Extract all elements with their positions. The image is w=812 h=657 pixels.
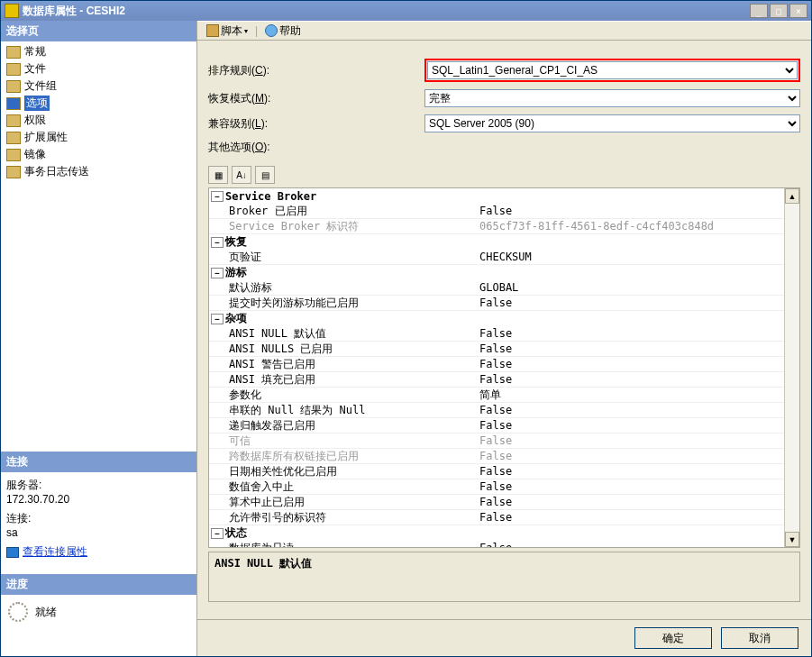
sidebar-item-label: 镜像 xyxy=(24,147,46,162)
collapse-icon[interactable]: − xyxy=(211,237,224,248)
sidebar-item-label: 权限 xyxy=(24,113,46,128)
property-name: ANSI 填充已启用 xyxy=(209,372,479,388)
property-row[interactable]: 数值舍入中止False xyxy=(209,479,784,495)
window-title: 数据库属性 - CESHI2 xyxy=(23,4,750,19)
script-button[interactable]: 脚本 ▾ xyxy=(203,23,251,40)
property-value: False xyxy=(479,434,784,447)
property-row[interactable]: 参数化简单 xyxy=(209,388,784,403)
maximize-button[interactable]: □ xyxy=(770,4,788,18)
property-row[interactable]: 提交时关闭游标功能已启用False xyxy=(209,296,784,311)
property-row[interactable]: 算术中止已启用False xyxy=(209,495,784,510)
property-row[interactable]: 串联的 Null 结果为 NullFalse xyxy=(209,403,784,418)
collapse-icon[interactable]: − xyxy=(211,528,224,539)
minimize-button[interactable]: _ xyxy=(750,4,768,18)
property-value: False xyxy=(479,342,784,355)
sidebar-item[interactable]: 文件组 xyxy=(3,78,195,95)
property-row[interactable]: 页验证CHECKSUM xyxy=(209,250,784,265)
property-name: Service Broker 标识符 xyxy=(209,219,479,234)
property-value: False xyxy=(479,404,784,416)
page-icon xyxy=(6,97,21,110)
sidebar-item[interactable]: 文件 xyxy=(3,60,195,78)
grid-scrollbar[interactable]: ▲ ▼ xyxy=(784,188,799,547)
property-row[interactable]: 允许带引号的标识符False xyxy=(209,510,784,525)
collapse-icon[interactable]: − xyxy=(211,314,224,324)
property-value: False xyxy=(479,542,784,547)
progress-spinner-icon xyxy=(8,602,28,622)
property-name: 可信 xyxy=(209,433,479,449)
sidebar-item[interactable]: 扩展属性 xyxy=(3,129,195,146)
app-icon xyxy=(5,4,19,18)
property-name: 日期相关性优化已启用 xyxy=(209,464,479,479)
category-header[interactable]: −恢复 xyxy=(209,234,784,250)
sidebar-item-label: 常规 xyxy=(24,44,46,59)
sidebar-item-label: 文件组 xyxy=(24,78,57,94)
page-nav: 常规文件文件组选项权限扩展属性镜像事务日志传送 xyxy=(1,41,196,182)
property-row[interactable]: 跨数据库所有权链接已启用False xyxy=(209,449,784,464)
categorized-button[interactable]: ▦ xyxy=(208,166,228,184)
progress-status: 就绪 xyxy=(35,605,57,620)
view-connection-props-link[interactable]: 查看连接属性 xyxy=(6,544,191,560)
property-row[interactable]: 可信False xyxy=(209,433,784,449)
property-name: 参数化 xyxy=(209,388,479,403)
property-row[interactable]: Service Broker 标识符065cf73f-81ff-4561-8ed… xyxy=(209,219,784,234)
category-header[interactable]: −杂项 xyxy=(209,311,784,326)
property-row[interactable]: 默认游标GLOBAL xyxy=(209,280,784,296)
collapse-icon[interactable]: − xyxy=(211,191,224,202)
property-row[interactable]: ANSI 警告已启用False xyxy=(209,357,784,372)
connection-header: 连接 xyxy=(1,452,196,472)
property-row[interactable]: ANSI NULLS 已启用False xyxy=(209,342,784,357)
property-pages-button[interactable]: ▤ xyxy=(255,166,275,184)
property-row[interactable]: Broker 已启用False xyxy=(209,204,784,219)
property-value: False xyxy=(479,373,784,386)
property-row[interactable]: ANSI NULL 默认值False xyxy=(209,326,784,342)
sidebar-item-label: 事务日志传送 xyxy=(24,164,89,179)
ok-button[interactable]: 确定 xyxy=(634,627,712,649)
sidebar-item[interactable]: 镜像 xyxy=(3,146,195,163)
sidebar-item[interactable]: 权限 xyxy=(3,112,195,129)
property-name: ANSI NULL 默认值 xyxy=(209,326,479,342)
property-row[interactable]: 日期相关性优化已启用False xyxy=(209,464,784,479)
property-name: 默认游标 xyxy=(209,280,479,296)
property-row[interactable]: 数据库为只读False xyxy=(209,541,784,547)
close-button[interactable]: × xyxy=(789,4,807,18)
connection-label: 连接: xyxy=(6,511,191,526)
script-icon xyxy=(206,24,219,37)
connection-value: sa xyxy=(6,526,191,539)
titlebar[interactable]: 数据库属性 - CESHI2 _ □ × xyxy=(1,1,811,21)
property-value: False xyxy=(479,480,784,493)
compat-select[interactable]: SQL Server 2005 (90) xyxy=(424,114,800,132)
select-page-header: 选择页 xyxy=(1,21,196,41)
scroll-up-button[interactable]: ▲ xyxy=(785,188,799,204)
property-row[interactable]: ANSI 填充已启用False xyxy=(209,372,784,388)
cancel-button[interactable]: 取消 xyxy=(721,627,798,649)
property-name: ANSI NULLS 已启用 xyxy=(209,342,479,357)
page-icon xyxy=(6,132,21,144)
alphabetical-button[interactable]: A↓ xyxy=(232,166,251,184)
scroll-down-button[interactable]: ▼ xyxy=(785,532,799,547)
progress-header: 进度 xyxy=(1,574,196,595)
sidebar-item[interactable]: 选项 xyxy=(3,95,195,112)
category-header[interactable]: −游标 xyxy=(209,265,784,280)
recovery-select[interactable]: 完整 xyxy=(424,89,800,107)
page-icon xyxy=(6,114,21,127)
property-value: False xyxy=(479,511,784,524)
server-value: 172.30.70.20 xyxy=(6,493,191,506)
property-name: 递归触发器已启用 xyxy=(209,418,479,433)
help-button[interactable]: 帮助 xyxy=(261,23,305,40)
sidebar-item[interactable]: 常规 xyxy=(3,43,195,60)
dropdown-icon: ▾ xyxy=(244,27,248,35)
category-header[interactable]: −Service Broker xyxy=(209,188,784,204)
recovery-label: 恢复模式(M): xyxy=(208,91,424,106)
property-name: 允许带引号的标识符 xyxy=(209,510,479,525)
view-connection-props-text: 查看连接属性 xyxy=(23,544,87,560)
property-value: False xyxy=(479,419,784,432)
sidebar-item[interactable]: 事务日志传送 xyxy=(3,163,195,180)
category-header[interactable]: −状态 xyxy=(209,525,784,541)
property-row[interactable]: 递归触发器已启用False xyxy=(209,418,784,433)
property-value: CHECKSUM xyxy=(479,251,784,263)
collapse-icon[interactable]: − xyxy=(211,268,224,278)
page-icon xyxy=(6,149,21,161)
collation-select[interactable]: SQL_Latin1_General_CP1_CI_AS xyxy=(427,61,798,79)
property-value: False xyxy=(479,496,784,508)
right-pane: 脚本 ▾ | 帮助 排序规则(C): SQL_Latin1_General_CP… xyxy=(197,21,811,656)
